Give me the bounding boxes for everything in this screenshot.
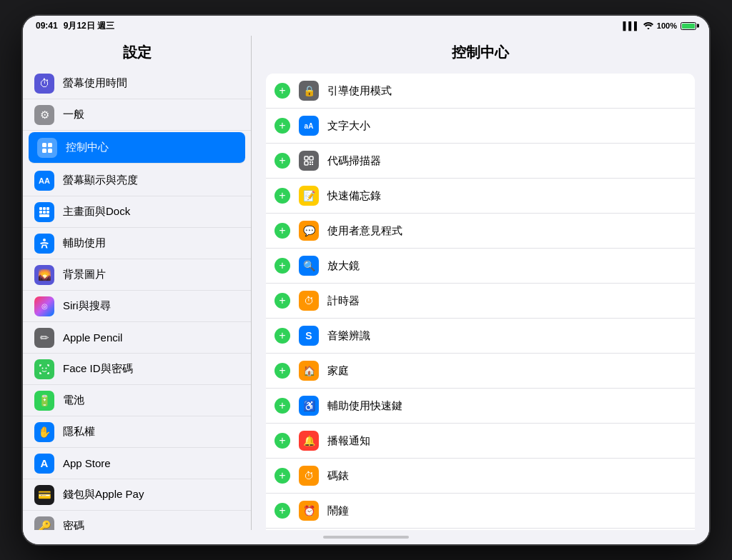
wallpaper-icon: 🌄 (34, 265, 54, 285)
stopwatch-icon: ⏱ (299, 466, 319, 486)
svg-rect-17 (310, 161, 311, 163)
text-size-label: 文字大小 (327, 119, 686, 133)
face-id-icon (34, 359, 54, 379)
right-panel: 控制中心 + 🔒 引導使用模式 + aA 文字大小 (252, 36, 709, 530)
alarm-icon: ⏰ (299, 501, 319, 521)
app-store-icon: A (34, 454, 54, 474)
siri-icon: ◎ (34, 296, 54, 316)
svg-rect-20 (312, 164, 313, 165)
add-shazam[interactable]: + (274, 328, 290, 344)
control-item-magnifier[interactable]: + 🔍 放大鏡 (266, 249, 695, 284)
wallpaper-label: 背景圖片 (63, 268, 106, 281)
home-indicator (23, 530, 709, 544)
home-dock-icon (34, 202, 54, 222)
sidebar-item-app-store[interactable]: A App Store (23, 448, 251, 479)
display-icon: AA (34, 171, 54, 191)
sidebar-item-accessibility[interactable]: 輔助使用 (23, 228, 251, 259)
apple-pencil-icon: ✏ (34, 328, 54, 348)
control-item-stopwatch[interactable]: + ⏱ 碼錶 (266, 459, 695, 494)
control-item-shazam[interactable]: + S 音樂辨識 (266, 319, 695, 354)
svg-rect-8 (43, 211, 46, 214)
app-store-label: App Store (63, 457, 111, 469)
passwords-label: 密碼 (63, 519, 84, 530)
magnifier-icon: 🔍 (299, 256, 319, 276)
control-item-text-size[interactable]: + aA 文字大小 (266, 109, 695, 144)
notes-icon: 📝 (299, 186, 319, 206)
control-item-alarm[interactable]: + ⏰ 鬧鐘 (266, 494, 695, 529)
qr-scanner-label: 代碼掃描器 (327, 154, 686, 168)
sidebar-item-display[interactable]: AA 螢幕顯示與亮度 (23, 165, 251, 196)
svg-rect-3 (48, 149, 52, 153)
svg-point-11 (43, 239, 46, 241)
control-item-notes[interactable]: + 📝 快速備忘錄 (266, 179, 695, 214)
svg-rect-19 (310, 164, 311, 165)
svg-rect-1 (48, 143, 52, 147)
home-ctrl-icon: 🏠 (299, 361, 319, 381)
control-center-label: 控制中心 (66, 141, 109, 154)
sidebar-item-siri[interactable]: ◎ Siri與搜尋 (23, 291, 251, 322)
status-indicators: ▌▌▌ 100% (623, 21, 696, 31)
wifi-icon (643, 21, 653, 31)
guided-access-label: 引導使用模式 (327, 84, 686, 98)
home-dock-label: 主畫面與Dock (63, 205, 130, 219)
control-item-announce[interactable]: + 🔔 播報通知 (266, 424, 695, 459)
battery-sidebar-icon: 🔋 (34, 391, 54, 411)
add-timer[interactable]: + (274, 293, 290, 309)
control-item-feedback[interactable]: + 💬 使用者意見程式 (266, 214, 695, 249)
sidebar-item-wallpaper[interactable]: 🌄 背景圖片 (23, 259, 251, 291)
control-list: + 🔒 引導使用模式 + aA 文字大小 + (252, 68, 709, 530)
add-guided-access[interactable]: + (274, 83, 290, 99)
svg-rect-15 (310, 156, 313, 160)
sidebar-item-wallet[interactable]: 💳 錢包與Apple Pay (23, 479, 251, 511)
svg-point-13 (46, 367, 47, 369)
add-announce[interactable]: + (274, 433, 290, 449)
shazam-icon: S (299, 326, 319, 346)
add-text-size[interactable]: + (274, 118, 290, 134)
signal-icon: ▌▌▌ (623, 21, 639, 30)
sidebar-item-apple-pencil[interactable]: ✏ Apple Pencil (23, 322, 251, 354)
svg-rect-6 (46, 207, 49, 210)
sidebar-item-passwords[interactable]: 🔑 密碼 (23, 511, 251, 530)
sidebar-item-privacy[interactable]: ✋ 隱私權 (23, 416, 251, 448)
sidebar-item-face-id[interactable]: Face ID與密碼 (23, 354, 251, 385)
status-bar: 09:41 9月12日 週三 ▌▌▌ 100% (23, 16, 709, 36)
control-item-qr-scanner[interactable]: + 代碼掃描器 (266, 144, 695, 179)
battery-icon (681, 22, 696, 30)
control-center-icon (37, 138, 57, 158)
accessibility-icon (34, 234, 54, 254)
add-stopwatch[interactable]: + (274, 468, 290, 484)
add-notes[interactable]: + (274, 188, 290, 204)
privacy-label: 隱私權 (63, 425, 95, 439)
add-magnifier[interactable]: + (274, 258, 290, 274)
control-item-accessibility-shortcuts[interactable]: + ♿ 輔助使用快速鍵 (266, 389, 695, 424)
add-home[interactable]: + (274, 363, 290, 379)
passwords-icon: 🔑 (34, 516, 54, 531)
control-item-guided-access[interactable]: + 🔒 引導使用模式 (266, 74, 695, 109)
qr-scanner-icon (299, 151, 319, 171)
svg-point-12 (42, 367, 44, 369)
shazam-label: 音樂辨識 (327, 329, 686, 343)
control-item-home[interactable]: + 🏠 家庭 (266, 354, 695, 389)
sidebar-item-control-center[interactable]: 控制中心 (29, 132, 245, 164)
guided-access-icon: 🔒 (299, 81, 319, 101)
add-qr-scanner[interactable]: + (274, 153, 290, 169)
sidebar: 設定 ⏱ 螢幕使用時間 ⚙ 一般 (23, 36, 252, 530)
add-alarm[interactable]: + (274, 503, 290, 519)
time: 09:41 (36, 21, 58, 31)
sidebar-item-battery[interactable]: 🔋 電池 (23, 385, 251, 416)
svg-rect-9 (46, 211, 49, 214)
sidebar-item-screen-time[interactable]: ⏱ 螢幕使用時間 (23, 68, 251, 99)
sidebar-item-home-dock[interactable]: 主畫面與Dock (23, 196, 251, 228)
sidebar-item-general[interactable]: ⚙ 一般 (23, 99, 251, 131)
add-accessibility-shortcuts[interactable]: + (274, 398, 290, 414)
screen-time-icon: ⏱ (34, 74, 54, 94)
stopwatch-label: 碼錶 (327, 469, 686, 483)
right-panel-title: 控制中心 (252, 36, 709, 68)
control-item-timer[interactable]: + ⏱ 計時器 (266, 284, 695, 319)
general-icon: ⚙ (34, 105, 54, 125)
alarm-label: 鬧鐘 (327, 504, 686, 518)
add-feedback[interactable]: + (274, 223, 290, 239)
svg-rect-0 (42, 143, 46, 147)
control-group-main: + 🔒 引導使用模式 + aA 文字大小 + (266, 74, 695, 530)
text-size-icon: aA (299, 116, 319, 136)
